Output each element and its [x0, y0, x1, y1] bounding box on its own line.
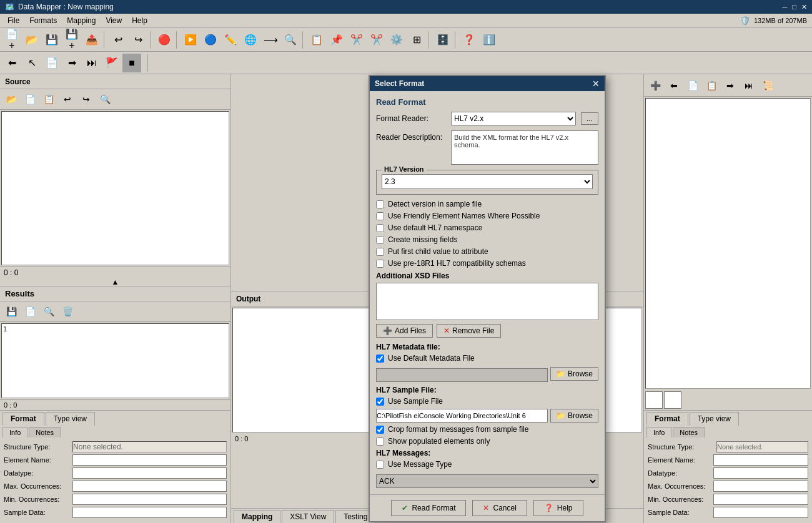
edit-button[interactable]: ✏️	[221, 31, 240, 49]
right-skip-btn[interactable]: ⏭	[740, 77, 758, 94]
web-button[interactable]: 🌐	[241, 31, 260, 49]
default-ns-checkbox[interactable]	[376, 224, 384, 232]
info-button[interactable]: ℹ️	[480, 31, 498, 49]
paste-button[interactable]: 📌	[327, 31, 346, 49]
results-save-btn[interactable]: 💾	[2, 303, 20, 320]
menu-mapping[interactable]: Mapping	[62, 15, 101, 26]
add-files-button[interactable]: ➕ Add Files	[376, 324, 433, 338]
close-button[interactable]: ✕	[801, 3, 807, 11]
subtab-notes-left[interactable]: Notes	[29, 427, 61, 437]
search-button[interactable]: 🔍	[281, 31, 300, 49]
active-btn[interactable]: ■	[122, 54, 141, 72]
sample-data-input-left[interactable]	[72, 507, 227, 518]
datatype-input-left[interactable]	[72, 467, 227, 479]
friendly-names-checkbox[interactable]	[376, 212, 384, 220]
export-button[interactable]: 📤	[82, 31, 101, 49]
open-button[interactable]: 📂	[22, 31, 41, 49]
metadata-file-input[interactable]	[376, 368, 548, 382]
new-button[interactable]: 📄+	[2, 31, 21, 49]
remove-file-button[interactable]: ✕ Remove File	[437, 324, 501, 338]
subtab-notes-right[interactable]: Notes	[673, 427, 705, 437]
tab-format-left[interactable]: Format	[2, 412, 44, 426]
cut2-button[interactable]: ✂️	[367, 31, 386, 49]
save-as-button[interactable]: 💾+	[62, 31, 81, 49]
forward-button[interactable]: ➡	[62, 54, 81, 72]
tab-xslt[interactable]: XSLT View	[282, 510, 334, 523]
maximize-button[interactable]: □	[792, 3, 796, 11]
home-button[interactable]: ⬅	[2, 54, 21, 72]
select-source-button[interactable]: 🔵	[201, 31, 220, 49]
source-copy-btn[interactable]: 📋	[40, 90, 57, 108]
missing-fields-checkbox[interactable]	[376, 236, 384, 244]
tab-typeview-left[interactable]: Type view	[46, 412, 95, 426]
help-button[interactable]: ❓ Help	[533, 500, 583, 516]
datatype-input-right[interactable]	[713, 467, 808, 479]
source-undo-btn[interactable]: ↩	[59, 90, 76, 108]
pre18r1-checkbox[interactable]	[376, 260, 384, 268]
flow-button[interactable]: ⟶	[261, 31, 280, 49]
file2-button[interactable]: 📄	[42, 54, 61, 72]
sample-browse-btn[interactable]: 📁 Browse	[550, 409, 598, 423]
left-splitter[interactable]: ▲	[0, 278, 230, 286]
element-name-input-left[interactable]	[72, 454, 227, 466]
right-add-btn[interactable]: ➕	[646, 77, 664, 94]
source-search-btn[interactable]: 🔍	[96, 90, 114, 108]
hl7-version-select[interactable]: 2.3 2.1 2.2 2.4 2.5 2.6	[382, 174, 593, 189]
undo-button[interactable]: ↩	[109, 31, 127, 49]
help-button[interactable]: ❓	[460, 31, 478, 49]
min-occ-input-right[interactable]	[713, 494, 808, 505]
cancel-button[interactable]: ✕ Cancel	[472, 500, 527, 516]
source-open-btn[interactable]: 📂	[2, 90, 20, 108]
use-default-metadata-checkbox[interactable]	[376, 354, 384, 363]
skip-button[interactable]: ⏭	[82, 54, 101, 72]
flag-button[interactable]: 🚩	[102, 54, 121, 72]
results-search-btn[interactable]: 🔍	[40, 303, 57, 320]
right-doc-btn[interactable]: 📜	[759, 77, 776, 94]
metadata-browse-btn[interactable]: 📁 Browse	[550, 367, 598, 381]
subtab-info-left[interactable]: Info	[2, 427, 27, 437]
right-back-btn[interactable]: ⬅	[665, 77, 683, 94]
sample-file-path-input[interactable]	[376, 409, 548, 423]
detect-version-checkbox[interactable]	[376, 200, 384, 208]
source-redo-btn[interactable]: ↪	[77, 90, 95, 108]
tab-mapping[interactable]: Mapping	[234, 510, 280, 523]
subtab-info-right[interactable]: Info	[646, 427, 671, 437]
right-file-btn[interactable]: 📄	[684, 77, 701, 94]
modal-close-button[interactable]: ✕	[592, 79, 600, 89]
show-populated-checkbox[interactable]	[376, 437, 384, 446]
max-occ-input-left[interactable]	[72, 481, 227, 492]
first-child-checkbox[interactable]	[376, 248, 384, 256]
use-sample-checkbox[interactable]	[376, 398, 384, 406]
back-button[interactable]: ↖	[22, 54, 41, 72]
read-format-button[interactable]: ✔ Read Format	[391, 500, 466, 516]
hl7-message-select[interactable]: ACK	[376, 474, 598, 488]
arrange-button[interactable]: ⚙️	[387, 31, 406, 49]
sample-data-input-right[interactable]	[713, 507, 808, 518]
tab-format-right[interactable]: Format	[646, 412, 688, 426]
run-button[interactable]: ▶️	[181, 31, 200, 49]
results-view-btn[interactable]: 📄	[21, 303, 39, 320]
element-name-input-right[interactable]	[713, 454, 808, 466]
delete-button[interactable]: 🔴	[155, 31, 174, 49]
menu-file[interactable]: File	[2, 15, 24, 26]
structure-type-input-right[interactable]	[716, 441, 808, 452]
redo-button[interactable]: ↪	[129, 31, 147, 49]
format-reader-select[interactable]: HL7 v2.x XML CSV JSON	[451, 112, 576, 125]
db-button[interactable]: 🗄️	[433, 31, 452, 49]
cut-button[interactable]: ✂️	[347, 31, 366, 49]
menu-view[interactable]: View	[101, 15, 127, 26]
format-reader-browse-btn[interactable]: ...	[581, 112, 598, 125]
source-file-btn[interactable]: 📄	[21, 90, 39, 108]
min-occ-input-left[interactable]	[72, 494, 227, 505]
minimize-button[interactable]: ─	[783, 3, 788, 11]
tab-typeview-right[interactable]: Type view	[690, 412, 739, 426]
crop-checkbox[interactable]	[376, 426, 384, 434]
structure-type-input-left[interactable]	[72, 441, 227, 452]
max-occ-input-right[interactable]	[713, 481, 808, 492]
save-button[interactable]: 💾	[42, 31, 61, 49]
use-message-type-checkbox[interactable]	[376, 461, 384, 469]
menu-help[interactable]: Help	[127, 15, 152, 26]
copy-button[interactable]: 📋	[307, 31, 326, 49]
group-button[interactable]: ⊞	[407, 31, 426, 49]
right-copy-btn[interactable]: 📋	[703, 77, 720, 94]
